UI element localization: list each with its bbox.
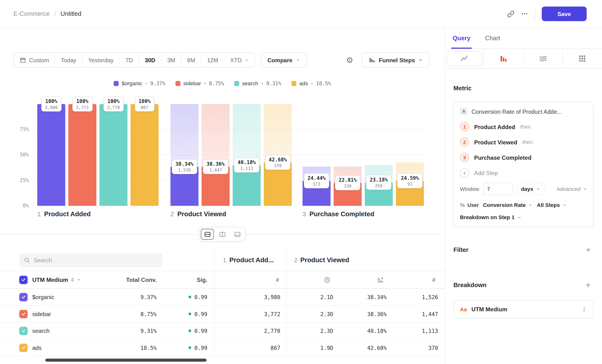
chart-view-selector[interactable]: Funnel Steps bbox=[362, 52, 429, 67]
measure-scope-label: All Steps bbox=[537, 202, 560, 208]
funnel-bar-search[interactable]: 23.18%258 bbox=[365, 104, 393, 206]
breadcrumb-current[interactable]: Untitled bbox=[61, 10, 81, 17]
range-3m-label: 3M bbox=[167, 56, 175, 63]
funnel-bar-sidebar[interactable]: 100%3,772 bbox=[68, 104, 96, 206]
add-filter-button[interactable]: + bbox=[583, 245, 594, 255]
add-breakdown-button[interactable]: + bbox=[583, 280, 594, 291]
measure-type-select[interactable]: Conversion Rate bbox=[483, 202, 533, 208]
metric-title[interactable]: Conversion Rate of Product Adde... bbox=[472, 108, 562, 115]
range-7d[interactable]: 7D bbox=[120, 53, 139, 67]
tab-query[interactable]: Query bbox=[451, 28, 472, 48]
chart-type-grid-tab[interactable] bbox=[563, 49, 602, 68]
range-12m[interactable]: 12M bbox=[201, 53, 224, 67]
funnel-bar-sidebar[interactable]: 22.81%330 bbox=[333, 104, 362, 206]
funnel-step-1[interactable]: 1 Product Added then bbox=[460, 119, 587, 134]
y-axis-tick: 25% bbox=[10, 177, 29, 183]
link-icon bbox=[507, 10, 514, 17]
tab-chart[interactable]: Chart bbox=[484, 28, 502, 48]
group-step-name: Product Add... bbox=[229, 256, 274, 264]
funnel-bar-ads[interactable]: 24.59%91 bbox=[396, 104, 424, 206]
compare-button[interactable]: Compare bbox=[261, 52, 307, 67]
line-chart-icon bbox=[460, 54, 469, 63]
legend-value: 9.31% bbox=[266, 80, 281, 86]
funnel-bar-search[interactable]: 40.18%1,113 bbox=[233, 104, 261, 206]
legend-item-organic[interactable]: $organic • 9.37% bbox=[114, 80, 165, 86]
funnel-bar-sidebar[interactable]: 38.36%1,447 bbox=[202, 104, 230, 206]
conversion-trend-icon bbox=[377, 276, 384, 283]
more-options-button[interactable] bbox=[517, 7, 531, 21]
measure-entity-select[interactable]: User bbox=[467, 202, 479, 208]
window-unit-select[interactable]: days bbox=[517, 183, 544, 195]
row-checkbox[interactable] bbox=[19, 327, 28, 335]
row-checkbox[interactable] bbox=[19, 343, 28, 352]
legend-item-sidebar[interactable]: sidebar • 8.75% bbox=[175, 80, 224, 86]
table-row-sidebar[interactable]: sidebar 8.75% 0.99 3,772 2.3D 38.36% 1,4… bbox=[0, 306, 445, 322]
funnel-bar-$organic[interactable]: 38.34%1,526 bbox=[171, 104, 199, 206]
chart-type-flow-tab[interactable] bbox=[524, 49, 563, 68]
table-row-ads[interactable]: ads 10.5% 0.99 867 1.9D 42.68% 370 bbox=[0, 339, 445, 356]
breadcrumb-parent[interactable]: E-Commerce bbox=[13, 10, 50, 17]
save-button[interactable]: Save bbox=[542, 6, 587, 21]
funnel-bar-fill bbox=[68, 104, 96, 206]
legend-value: 10.5% bbox=[316, 80, 331, 86]
legend-name: sidebar bbox=[183, 80, 201, 86]
legend-item-search[interactable]: search • 9.31% bbox=[234, 80, 281, 86]
breakdown-item[interactable]: Aa UTM Medium bbox=[453, 300, 594, 318]
range-yesterday[interactable]: Yesterday bbox=[82, 53, 120, 67]
range-today[interactable]: Today bbox=[55, 53, 82, 67]
breakdown-column-header[interactable]: UTM Medium 4 bbox=[19, 271, 88, 288]
metric-steps: 1 Product Added then 2 Product Viewed th… bbox=[460, 119, 587, 181]
range-xtd[interactable]: XTD bbox=[224, 53, 255, 67]
window-input[interactable] bbox=[483, 183, 513, 195]
funnel-bar-$organic[interactable]: 24.44%373 bbox=[302, 104, 331, 206]
add-step-button[interactable]: + Add Step bbox=[460, 165, 587, 180]
total-conv-header[interactable]: Total Conv. bbox=[88, 271, 157, 288]
measure-scope-select[interactable]: All Steps bbox=[537, 202, 567, 208]
check-icon bbox=[21, 345, 26, 350]
chevron-down-icon bbox=[517, 215, 522, 220]
funnel-bar-search[interactable]: 100%2,770 bbox=[99, 104, 127, 206]
range-6m[interactable]: 6M bbox=[181, 53, 201, 67]
step1-count: 867 bbox=[214, 339, 286, 356]
breakdown-scope-label: Breakdown on Step 1 bbox=[460, 214, 515, 221]
horizontal-scrollbar[interactable] bbox=[45, 359, 206, 362]
funnel-step-group: 100%3,980100%3,772100%2,770100%867 bbox=[37, 104, 159, 206]
funnel-bar-ads[interactable]: 100%867 bbox=[130, 104, 159, 206]
layout-rows-button[interactable] bbox=[201, 229, 214, 240]
range-3m[interactable]: 3M bbox=[161, 53, 181, 67]
group-step-number: 1 bbox=[223, 257, 226, 263]
range-6m-label: 6M bbox=[187, 56, 195, 63]
legend-item-ads[interactable]: ads • 10.5% bbox=[291, 80, 331, 86]
funnel-bar-$organic[interactable]: 100%3,980 bbox=[37, 104, 65, 206]
advanced-toggle[interactable]: Advanced bbox=[557, 186, 587, 192]
group-step-name: Product Viewed bbox=[300, 256, 349, 264]
search-field[interactable] bbox=[19, 253, 162, 267]
range-custom[interactable]: Custom bbox=[14, 53, 55, 67]
table-row-organic[interactable]: $organic 9.37% 0.99 3,980 2.1D 38.34% 1,… bbox=[0, 289, 445, 306]
table-row-search[interactable]: search 9.31% 0.99 2,770 2.3D 40.18% 1,11… bbox=[0, 322, 445, 340]
layout-columns-button[interactable] bbox=[216, 229, 229, 240]
select-all-checkbox[interactable] bbox=[19, 275, 28, 284]
funnel-step-2[interactable]: 2 Product Viewed then bbox=[460, 134, 587, 150]
significance-dot bbox=[189, 346, 191, 349]
settings-gear-button[interactable]: ⚙ bbox=[343, 53, 357, 67]
range-30d[interactable]: 30D bbox=[139, 53, 162, 67]
row-checkbox[interactable] bbox=[19, 310, 28, 318]
funnel-bar-ads[interactable]: 42.68%370 bbox=[264, 104, 292, 206]
step-label-3: 3Purchase Completed bbox=[302, 211, 374, 218]
chart-type-funnel-tab[interactable] bbox=[484, 49, 524, 68]
ellipsis-icon bbox=[521, 10, 528, 18]
sig-header[interactable]: Sig. bbox=[157, 271, 207, 288]
chevron-down-icon bbox=[245, 58, 249, 62]
chart-type-line-tab[interactable] bbox=[445, 49, 484, 68]
step2-time: 2.3D bbox=[286, 322, 333, 339]
share-link-button[interactable] bbox=[504, 7, 518, 21]
range-12m-label: 12M bbox=[207, 56, 218, 63]
search-input[interactable] bbox=[34, 257, 158, 263]
funnel-step-3[interactable]: 3 Purchase Completed bbox=[460, 150, 587, 165]
layout-bottom-button[interactable] bbox=[231, 229, 244, 240]
breakdown-scope-select[interactable]: Breakdown on Step 1 bbox=[460, 214, 522, 221]
chevron-down-icon bbox=[296, 58, 300, 62]
row-checkbox[interactable] bbox=[19, 293, 28, 301]
breakdown-item-menu-button[interactable] bbox=[579, 304, 589, 315]
